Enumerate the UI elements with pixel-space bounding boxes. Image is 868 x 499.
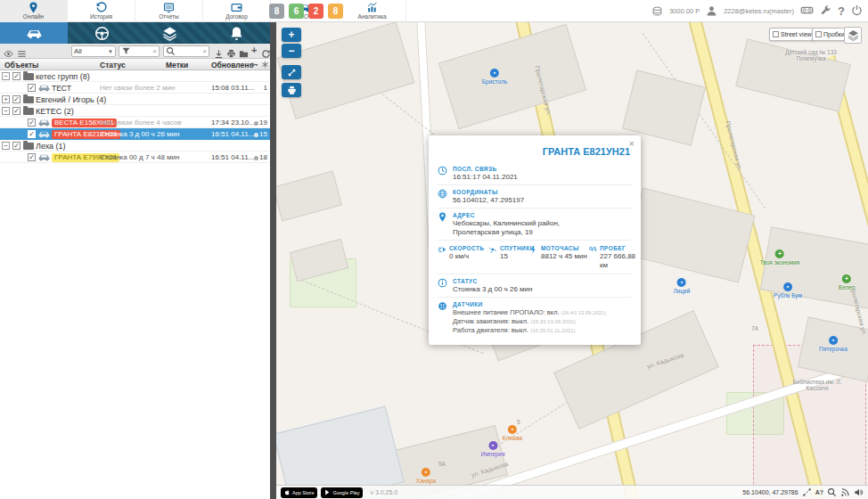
search-input[interactable]: × [163, 45, 209, 57]
unit-updated: 16:51 04.11... [211, 130, 254, 138]
clear-icon[interactable]: × [152, 48, 157, 55]
poi-imperiya[interactable]: ▪Империя [480, 441, 504, 457]
checkbox[interactable] [12, 142, 20, 150]
column-tags[interactable]: Метки [166, 61, 188, 70]
history-icon [95, 2, 107, 13]
plus-icon: + [775, 250, 784, 258]
wallet-icon [231, 2, 242, 13]
traffic-label: Пробки [823, 31, 845, 37]
zoom-in-button[interactable]: + [282, 28, 301, 42]
map-print-button[interactable] [282, 83, 301, 97]
address-search-icon[interactable]: А? [815, 487, 823, 497]
expand-toggle[interactable]: − [2, 72, 10, 80]
unit-count: 1 [264, 84, 267, 92]
checkbox[interactable] [28, 119, 36, 127]
filter-input[interactable]: × [119, 45, 160, 57]
googleplay-badge[interactable]: Google Play [321, 487, 363, 498]
counter-red[interactable]: 2 [308, 4, 323, 19]
poi-kindergarten[interactable]: Детский сад № 133 Почемучка [782, 49, 839, 61]
power-icon [851, 4, 863, 16]
clear-icon[interactable]: × [202, 48, 207, 55]
base-layer-button[interactable] [844, 27, 862, 44]
checkbox[interactable] [28, 130, 36, 138]
traffic-toggle[interactable]: Пробки [812, 28, 848, 41]
checkbox[interactable] [28, 153, 36, 161]
tab-analytics[interactable]: Аналитика [339, 0, 406, 22]
settings-button[interactable] [820, 4, 831, 18]
group-row[interactable]: − кетес групп (8) [0, 70, 270, 82]
popup-title: ГРАНТА Е821УН21 [438, 146, 630, 157]
expand-toggle[interactable]: + [2, 95, 10, 103]
column-updated[interactable]: Обновлено [211, 61, 254, 70]
tab-online[interactable]: Онлайн [0, 0, 68, 22]
expand-toggle[interactable]: − [2, 107, 10, 115]
location-pin-icon [28, 2, 39, 13]
video-monitoring-button[interactable] [800, 4, 814, 19]
unit-row[interactable]: ВЕСТА Е158ХН21 Нет связи более 4 часов 1… [0, 117, 270, 128]
poi-bristol[interactable]: ▪Бристоль [482, 69, 507, 85]
panel-tab-notifications[interactable] [202, 22, 270, 44]
checkbox[interactable] [12, 107, 20, 115]
steering-wheel-icon [94, 26, 110, 41]
appstore-badge[interactable]: App Store [281, 487, 317, 498]
poi-tvoya-ekonomiya[interactable]: +Твоя экономия [760, 250, 800, 266]
poi-library[interactable]: Библиотека им. Л. Кассиля [789, 379, 846, 391]
zoom-out-button[interactable]: − [282, 44, 301, 58]
signal-icon[interactable] [840, 487, 850, 497]
sensors-icon [438, 301, 447, 311]
column-status[interactable]: Статус [100, 61, 126, 70]
user-login[interactable]: 2228@ketes.ru(master) [724, 7, 794, 15]
group-row[interactable]: + Евгений / Игорь (4) [0, 94, 270, 105]
unit-row-selected[interactable]: ГРАНТА Е821УН21 Стоянка 3 д 00 ч 26 мин … [0, 128, 270, 140]
route-measure-icon[interactable] [802, 487, 812, 497]
counter-orange[interactable]: 8 [328, 4, 343, 19]
panel-tab-geozones[interactable] [135, 22, 203, 44]
house-number: 5 [517, 419, 520, 425]
shop-icon: ▪ [490, 69, 499, 78]
group-row[interactable]: − КЕТЕС (2) [0, 105, 270, 117]
add-object-button[interactable]: + [251, 45, 257, 55]
tab-reports[interactable]: Отчеты [135, 0, 203, 22]
checkbox[interactable] [28, 84, 36, 92]
tab-history[interactable]: История [68, 0, 135, 22]
shop-icon: ▪ [829, 336, 838, 345]
poi-pyaterochka[interactable]: ▪Пятерочка [819, 336, 848, 352]
poi-khanara[interactable]: ▪Ханара [416, 468, 436, 484]
measure-button[interactable] [282, 65, 301, 79]
stat-value: 15 [500, 252, 529, 261]
close-icon[interactable]: × [629, 138, 635, 149]
poi-veles[interactable]: +Велес [839, 274, 855, 290]
counter-green[interactable]: 6 [289, 4, 304, 19]
map-canvas[interactable]: 7А 5 5А Пролетарская ул. Пролетарская ул… [276, 22, 868, 499]
car-icon [38, 119, 50, 127]
checkbox[interactable] [12, 72, 20, 80]
checkbox[interactable] [12, 95, 20, 103]
unit-row[interactable]: ТЕСТ Нет связи более 2 мин 15:08 03.11..… [0, 82, 270, 94]
car-icon [27, 26, 42, 41]
unit-row[interactable]: ГРАНТА Е799УХ21 Стоянка 00 д 7 ч 48 мин … [0, 151, 270, 163]
search-icon[interactable] [827, 487, 837, 497]
poi-litsey[interactable]: ▪Лицей [674, 278, 691, 294]
expand-toggle[interactable]: − [2, 142, 10, 150]
poi-rubl-bum[interactable]: ▪Рубль Бум [774, 282, 802, 299]
group-filter-select[interactable]: All ▼ [71, 45, 116, 57]
column-objects[interactable]: Объекты [4, 61, 38, 70]
section-label: ДАТЧИКИ [453, 300, 632, 308]
sound-icon[interactable] [854, 487, 864, 497]
sensor-item: Датчик зажигания: выкл. (16:33 13.09.202… [453, 317, 632, 326]
group-name: КЕТЕС (2) [36, 107, 74, 116]
group-row[interactable]: − Леха (1) [0, 140, 270, 151]
panel-splitter[interactable] [270, 22, 276, 499]
tab-contract[interactable]: Договор [203, 0, 271, 22]
key-icon[interactable] [250, 61, 258, 69]
speed-stat: СКОРОСТЬ 0 км/ч [438, 244, 488, 270]
street-view-toggle[interactable]: Street view [769, 28, 815, 41]
panel-tab-units[interactable] [0, 22, 68, 44]
asterisk-icon[interactable] [261, 61, 269, 69]
counter-gray[interactable]: 8 [269, 4, 284, 19]
poi-klyukva[interactable]: ▪Клюква [503, 425, 522, 441]
stat-label: СКОРОСТЬ [449, 244, 488, 252]
help-button[interactable]: ? [838, 5, 845, 17]
panel-tab-drivers[interactable] [68, 22, 135, 44]
logout-button[interactable] [851, 4, 863, 18]
